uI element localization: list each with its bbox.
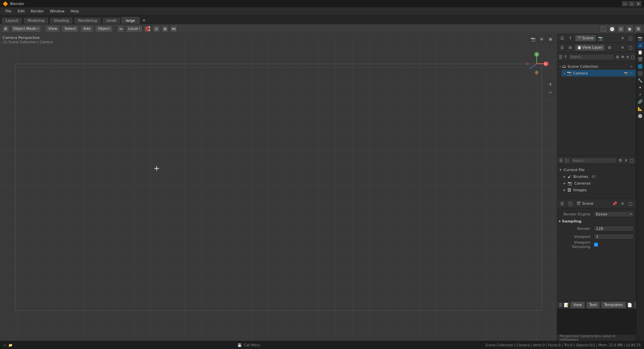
maximize-button[interactable]: □: [629, 1, 635, 6]
viewport-shading-solid[interactable]: ⬛: [600, 25, 607, 33]
menu-render[interactable]: Render: [28, 8, 47, 14]
text-file-icon[interactable]: 📄: [627, 302, 632, 308]
props-physics-icon[interactable]: ⚡: [637, 91, 644, 98]
props-world-icon[interactable]: 🌐: [637, 63, 644, 70]
proportional-icon[interactable]: ⊙: [153, 25, 160, 33]
outliner-maximize-btn[interactable]: □: [631, 54, 635, 60]
object-btn[interactable]: Object: [95, 25, 113, 33]
tab-layout[interactable]: Layout: [1, 17, 22, 24]
props-menu-btn[interactable]: ☰: [559, 200, 566, 207]
outliner-view-btn[interactable]: 👁: [621, 54, 625, 60]
tab-modeling[interactable]: Modeling: [23, 17, 49, 24]
render-samples-input[interactable]: 128: [594, 226, 634, 232]
viewport[interactable]: Camera Perspective (1) Scene Collection …: [0, 34, 557, 341]
view-layer-icon-btn[interactable]: ☰: [559, 44, 566, 51]
outliner-menu-btn[interactable]: ☰: [559, 54, 562, 60]
tab-shading[interactable]: Shading: [49, 17, 73, 24]
view-btn[interactable]: View: [45, 25, 60, 33]
text-templates-btn[interactable]: Templates: [601, 301, 626, 309]
add-btn[interactable]: Add: [80, 25, 93, 33]
object-mode-dropdown[interactable]: Object Mode ▾: [11, 25, 41, 33]
mode-icon-btn[interactable]: ⚙: [2, 25, 9, 33]
scene-filter-btn[interactable]: ↑: [567, 35, 574, 42]
scene-dropdown[interactable]: 🎬 Scene: [575, 35, 596, 42]
outliner-close-btn[interactable]: ✕: [626, 54, 630, 60]
vp-zoom-out[interactable]: −: [547, 89, 554, 96]
view-layer-filter-btn[interactable]: ⚙: [567, 44, 574, 51]
props-data-icon[interactable]: 📐: [637, 105, 644, 112]
props-type-btn[interactable]: ⬛: [567, 200, 574, 207]
minimize-button[interactable]: —: [622, 1, 628, 6]
transform-orient-icon[interactable]: ⊕: [161, 25, 169, 33]
data-block-filter-btn[interactable]: ⚙: [618, 157, 623, 164]
select-btn[interactable]: Select: [61, 25, 79, 33]
menu-help[interactable]: Help: [68, 8, 82, 14]
props-particles-icon[interactable]: ✦: [637, 84, 644, 91]
menu-edit[interactable]: Edit: [15, 8, 27, 14]
viewport-shading-rendered[interactable]: ◎: [617, 25, 625, 33]
props-maximize-btn[interactable]: □: [627, 200, 634, 207]
viewport-overlay-btn[interactable]: ◉: [626, 25, 633, 33]
transform-space-dropdown[interactable]: Local ▾: [126, 25, 143, 33]
props-view-layer-icon[interactable]: 📋: [637, 49, 644, 56]
title-bar-controls[interactable]: — □ ✕: [622, 1, 641, 6]
text-editor-type-btn[interactable]: 📝: [564, 302, 569, 308]
menu-window[interactable]: Window: [47, 8, 67, 14]
vp-zoom-in[interactable]: +: [547, 81, 554, 88]
data-item-current-file[interactable]: ▼ Current File: [557, 166, 636, 173]
vp-cursor-btn[interactable]: ✛: [538, 36, 545, 43]
data-block-search[interactable]: [571, 157, 617, 163]
props-render-icon[interactable]: 📷: [637, 35, 644, 42]
data-block-menu-btn[interactable]: ☰: [559, 157, 563, 164]
outliner-type-btn[interactable]: ↑: [564, 54, 567, 60]
props-material-icon[interactable]: ⬤: [637, 112, 644, 119]
tab-small[interactable]: small: [102, 17, 120, 24]
mesh-symmetry-icon[interactable]: ⋈: [170, 25, 177, 33]
scene-render-btn[interactable]: 📷: [597, 35, 604, 42]
viewport-denoising-checkbox[interactable]: ✓: [594, 242, 598, 247]
add-workspace-button[interactable]: +: [140, 17, 148, 23]
data-item-cameras[interactable]: ▶ 📷 Cameras: [557, 180, 636, 187]
props-scene-icon[interactable]: 🎬: [637, 56, 644, 63]
data-block-close-btn[interactable]: ✕: [624, 157, 628, 164]
scene-view-icon-btn[interactable]: ☰: [559, 35, 566, 42]
view-layer-close2-btn[interactable]: ✕: [619, 44, 626, 51]
view-layer-dropdown[interactable]: 📋 View Layer: [575, 44, 605, 51]
view-layer-close-btn[interactable]: ✕: [619, 35, 626, 42]
outliner-search-input[interactable]: [569, 54, 614, 60]
close-button[interactable]: ✕: [635, 1, 641, 6]
viewport-shading-material[interactable]: ⬤: [608, 25, 616, 33]
sampling-section-title[interactable]: ▾ Sampling: [559, 218, 634, 225]
outliner-item-camera[interactable]: ▸ 📷 Camera 📷 👁: [561, 70, 636, 77]
tab-rendering[interactable]: Rendering: [74, 17, 101, 24]
render-engine-dropdown[interactable]: Eevee ▾: [594, 211, 634, 217]
data-block-maximize-btn[interactable]: □: [630, 157, 634, 164]
text-view-btn[interactable]: View: [570, 301, 585, 309]
scene-collection-eye[interactable]: 👁: [630, 65, 633, 68]
data-item-images[interactable]: ▶ 🖼 Images: [557, 187, 636, 193]
text-text-btn[interactable]: Text: [586, 301, 600, 309]
transform-icon[interactable]: ↔: [117, 25, 124, 33]
props-output-icon[interactable]: 🖨: [637, 42, 644, 49]
view-layer-maximize2-btn[interactable]: □: [627, 44, 634, 51]
props-pin-btn[interactable]: 📌: [611, 200, 618, 207]
vp-transform-btn[interactable]: ⊕: [547, 36, 554, 43]
menu-file[interactable]: File: [3, 8, 14, 14]
camera-eye[interactable]: 👁: [630, 71, 633, 75]
viewport-gizmo-btn[interactable]: ⊞: [635, 25, 642, 33]
text-editor-menu-btn[interactable]: ☰: [559, 302, 562, 308]
props-modifier-icon[interactable]: 🔧: [637, 77, 644, 84]
viewport-samples-input[interactable]: 1: [594, 234, 634, 240]
snap-icon[interactable]: 🧲: [144, 25, 151, 33]
outliner-filter-btn[interactable]: ⚙: [616, 54, 620, 60]
data-block-type-btn[interactable]: ⬛: [565, 157, 570, 164]
vp-camera-btn[interactable]: 📷: [529, 36, 537, 43]
data-item-brushes[interactable]: ▶ 🖌 Brushes 43: [557, 173, 636, 180]
props-close-btn[interactable]: ✕: [619, 200, 626, 207]
view-layer-settings-btn[interactable]: ⚙: [606, 44, 613, 51]
outliner-item-scene-collection[interactable]: ▾ 🗂 Scene Collection 👁: [557, 63, 636, 70]
tab-large[interactable]: large: [121, 17, 140, 24]
props-constraints-icon[interactable]: 🔗: [637, 98, 644, 105]
view-layer-maximize-btn[interactable]: □: [627, 35, 634, 42]
props-object-icon[interactable]: ⬛: [637, 70, 644, 77]
